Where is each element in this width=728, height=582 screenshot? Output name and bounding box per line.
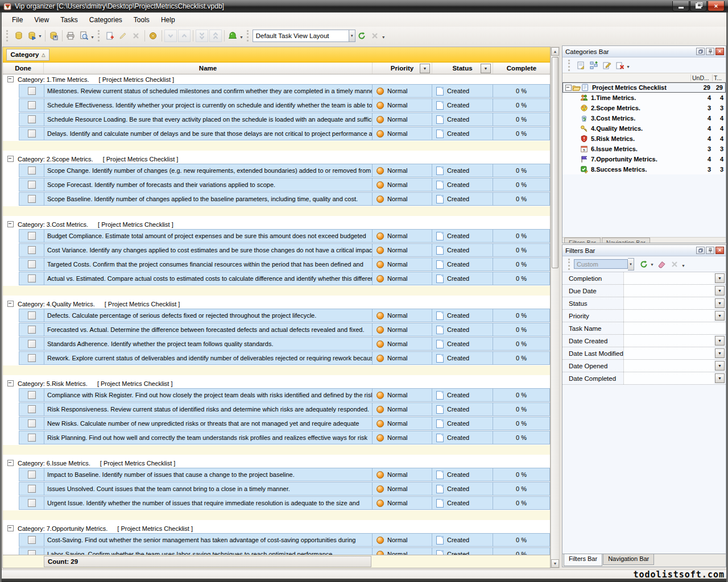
categories-bar-pin-button[interactable] xyxy=(706,48,714,55)
toolbar-overflow-icon[interactable]: ▼ xyxy=(382,35,386,39)
edit-task-button[interactable] xyxy=(117,29,130,42)
collapse-group-icon[interactable] xyxy=(7,221,14,227)
layout-combo-dropdown-icon[interactable]: ▼ xyxy=(349,30,355,42)
move-to-bottom-button[interactable] xyxy=(196,30,208,42)
done-checkbox[interactable] xyxy=(28,499,36,507)
filter-value-field[interactable] xyxy=(623,272,714,284)
toolbar-grip[interactable] xyxy=(568,259,572,270)
task-row[interactable]: Schedule Effectiveness. Identify whether… xyxy=(19,98,550,112)
layout-combo[interactable]: Default Task View Layout xyxy=(253,30,349,42)
vertical-scrollbar[interactable]: ▲ ▼ xyxy=(551,47,560,568)
task-row[interactable]: Standards Adherence. Identify whether th… xyxy=(19,337,550,351)
new-task-button[interactable] xyxy=(104,29,117,42)
apply-layout-button[interactable] xyxy=(355,29,369,42)
collapse-tree-icon[interactable] xyxy=(565,85,572,91)
done-checkbox[interactable] xyxy=(28,101,36,109)
open-database-button[interactable] xyxy=(25,29,38,42)
minimize-window-button[interactable] xyxy=(672,1,689,11)
task-row[interactable]: Milestones. Review current status of sch… xyxy=(19,84,550,98)
toolbar-grip[interactable] xyxy=(568,60,572,71)
tree-item-category[interactable]: 56.Issue Metrics.33 xyxy=(562,144,726,154)
close-window-button[interactable]: ✕ xyxy=(708,1,725,11)
category-group-header[interactable]: Category: 7.Opportunity Metrics.[ Projec… xyxy=(3,523,550,533)
categories-bar-restore-button[interactable] xyxy=(696,48,705,55)
menu-tools[interactable]: Tools xyxy=(128,14,155,26)
done-checkbox[interactable] xyxy=(28,419,36,427)
column-header-done[interactable]: Done xyxy=(3,63,44,74)
new-database-button[interactable] xyxy=(12,29,25,42)
column-header-undone[interactable]: UnD... xyxy=(690,74,712,81)
scroll-down-icon[interactable]: ▼ xyxy=(551,559,559,568)
done-checkbox[interactable] xyxy=(28,326,36,334)
delete-task-button[interactable] xyxy=(130,29,143,42)
category-group-header[interactable]: Category: 3.Cost Metrics.[ Project Metri… xyxy=(3,219,550,229)
new-category-button[interactable] xyxy=(587,59,600,72)
done-checkbox[interactable] xyxy=(28,181,36,189)
save-database-button[interactable] xyxy=(47,29,60,42)
done-checkbox[interactable] xyxy=(28,246,36,254)
task-row[interactable]: Actual vs. Estimated. Compare actual cos… xyxy=(19,272,550,285)
filter-value-field[interactable] xyxy=(623,347,714,359)
toolbar-grip[interactable] xyxy=(6,30,10,41)
clear-filter-button[interactable] xyxy=(655,257,668,271)
filter-dropdown-button[interactable]: ▼ xyxy=(715,273,725,283)
tree-item-category[interactable]: 1.Time Metrics.44 xyxy=(562,93,726,103)
filter-dropdown-button[interactable]: ▼ xyxy=(715,361,725,371)
group-by-category-button[interactable]: Category △ xyxy=(6,49,49,61)
task-row[interactable]: Rework. Explore current status of delive… xyxy=(19,351,550,365)
done-checkbox[interactable] xyxy=(28,471,36,479)
filters-bar-restore-button[interactable] xyxy=(696,247,705,254)
filter-value-field[interactable] xyxy=(623,285,714,297)
done-checkbox[interactable] xyxy=(28,536,36,544)
assign-task-button[interactable] xyxy=(147,29,160,42)
collapse-group-icon[interactable] xyxy=(7,525,14,531)
tree-item-category[interactable]: 7.Opportunity Metrics.44 xyxy=(562,154,726,164)
done-checkbox[interactable] xyxy=(28,340,36,348)
toolbar-grip[interactable] xyxy=(247,30,250,41)
open-database-dropdown-icon[interactable]: ▼ xyxy=(38,34,42,38)
toolbar-grip[interactable] xyxy=(98,30,101,41)
column-header-status[interactable]: Status ▼ xyxy=(432,63,493,74)
column-header-name[interactable]: Name xyxy=(44,63,373,74)
category-group-header[interactable]: Category: 2.Scope Metrics.[ Project Metr… xyxy=(3,154,550,164)
toolbar-overflow-icon[interactable]: ▼ xyxy=(626,65,630,69)
move-down-button[interactable] xyxy=(164,30,177,42)
toolbar-overflow-icon[interactable]: ▼ xyxy=(681,264,685,268)
filter-dropdown-button[interactable]: ▼ xyxy=(715,286,725,296)
filter-value-field[interactable] xyxy=(623,335,714,347)
task-row[interactable]: New Risks. Calculate number of new unpre… xyxy=(19,417,550,430)
done-checkbox[interactable] xyxy=(28,275,36,282)
apply-filter-dropdown-icon[interactable]: ▼ xyxy=(650,263,654,267)
priority-filter-button[interactable]: ▼ xyxy=(420,64,430,73)
tree-item-category[interactable]: 4.Quality Metrics.44 xyxy=(562,123,726,134)
task-row[interactable]: Scope Forecast. Identify number of forec… xyxy=(19,178,550,192)
delete-category-button[interactable] xyxy=(613,59,626,72)
delete-layout-button[interactable] xyxy=(369,29,382,42)
menu-categories[interactable]: Categories xyxy=(84,14,128,26)
filter-dropdown-button[interactable]: ▼ xyxy=(715,373,725,383)
tree-item-category[interactable]: 8.Success Metrics.33 xyxy=(562,164,726,174)
task-row[interactable]: Forecasted vs. Actual. Determine the dif… xyxy=(19,323,550,336)
print-button[interactable] xyxy=(64,29,77,42)
category-group-header[interactable]: Category: 5.Risk Metrics.[ Project Metri… xyxy=(3,379,550,388)
task-row[interactable]: Risk Planning. Find out how well and cor… xyxy=(19,431,550,444)
task-row[interactable]: Delays. Identify and calculate number of… xyxy=(19,127,550,140)
task-row[interactable]: Budget Compliance. Estimate total amount… xyxy=(19,229,550,243)
filter-dropdown-button[interactable]: ▼ xyxy=(715,348,725,358)
scrollbar-thumb[interactable] xyxy=(552,57,559,268)
task-row[interactable]: Targeted Costs. Confirm that the project… xyxy=(19,257,550,271)
notifications-button[interactable] xyxy=(226,29,239,42)
task-row[interactable]: Impact to Baseline. Identify number of i… xyxy=(19,468,550,481)
column-header-total[interactable]: T... xyxy=(712,74,726,81)
done-checkbox[interactable] xyxy=(28,434,36,442)
done-checkbox[interactable] xyxy=(28,87,36,95)
task-row[interactable]: Issues Unsolved. Count issues that the t… xyxy=(19,482,550,496)
done-checkbox[interactable] xyxy=(28,130,36,138)
collapse-group-icon[interactable] xyxy=(7,76,14,82)
menu-help[interactable]: Help xyxy=(155,14,181,26)
tab-filters-bar[interactable]: Filters Bar xyxy=(564,554,602,566)
done-checkbox[interactable] xyxy=(28,405,36,413)
task-row[interactable]: Scope Change. Identify number of changes… xyxy=(19,164,550,177)
toolbar-overflow-icon[interactable]: ▼ xyxy=(90,35,94,39)
collapse-group-icon[interactable] xyxy=(7,460,14,466)
